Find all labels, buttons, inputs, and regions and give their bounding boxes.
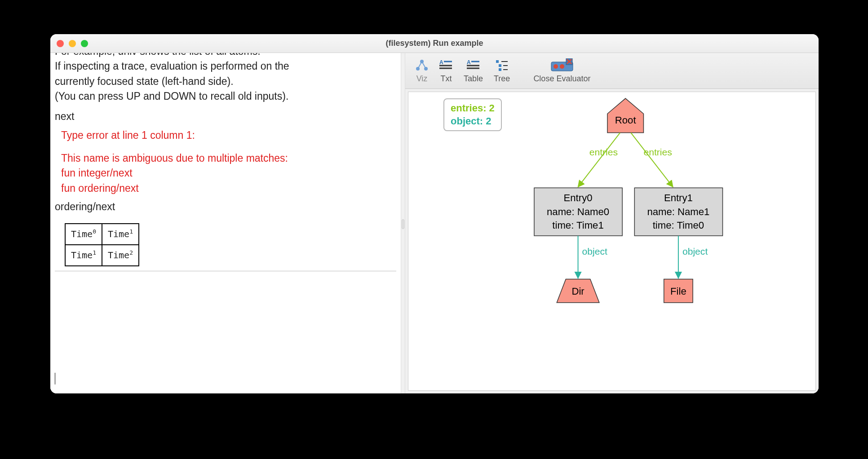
node-entry1[interactable]: Entry1 name: Name1 time: Time0 [634,188,722,236]
tree-tab[interactable]: Tree [488,53,515,88]
table-row: Time1 Time2 [65,245,139,266]
node-dir[interactable]: Dir [557,279,599,303]
console-divider [55,271,396,271]
table-tab[interactable]: A Table [458,53,488,88]
edge-label-object: object [682,246,708,256]
console-command: next [55,109,396,124]
minimize-window-button[interactable] [69,40,76,47]
svg-rect-13 [496,60,499,63]
evaluator-console-pane: For example, univ shows the list of all … [50,53,401,393]
app-window: (filesystem) Run example For example, un… [50,34,819,393]
txt-tab[interactable]: A Txt [434,53,458,88]
node-root[interactable]: Root [607,98,643,132]
svg-text:Dir: Dir [571,286,584,297]
edge-entries [578,133,620,187]
table-tab-label: Table [464,74,483,84]
viz-tab-label: Viz [416,74,428,84]
node-entry0[interactable]: Entry0 name: Name0 time: Time1 [534,188,622,236]
table-icon: A [467,58,480,72]
visualizer-toolbar: Viz A Txt A Table [405,53,819,89]
svg-rect-14 [499,64,501,67]
svg-text:name: Name0: name: Name0 [547,206,609,217]
svg-text:A: A [439,60,443,66]
svg-text:name: Name1: name: Name1 [647,206,709,217]
node-file[interactable]: File [664,279,693,303]
svg-text:File: File [670,286,686,297]
table-cell: Time2 [102,245,139,266]
console-input[interactable] [50,368,401,393]
edge-label-entries: entries [643,147,672,157]
pane-splitter[interactable] [401,53,405,393]
viz-tab[interactable]: Viz [410,53,434,88]
maximize-window-button[interactable] [81,40,88,47]
console-help-line: (You can press UP and DOWN to recall old… [55,89,396,104]
error-message: This name is ambiguous due to multiple m… [61,151,396,166]
error-option: fun integer/next [61,166,396,181]
text-icon: A [439,58,453,72]
svg-point-20 [554,64,558,69]
table-cell: Time1 [65,245,102,266]
tree-tab-label: Tree [494,74,510,84]
tree-icon [495,58,509,72]
result-table: Time0 Time1 Time1 Time2 [65,223,139,266]
svg-line-4 [422,62,426,69]
table-row: Time0 Time1 [65,224,139,245]
close-evaluator-label: Close Evaluator [533,74,590,84]
close-window-button[interactable] [57,40,64,47]
close-evaluator-icon [550,58,574,72]
console-help-line: If inspecting a trace, evaluation is per… [55,59,396,74]
text-cursor-icon [55,373,55,384]
svg-text:time: Time0: time: Time0 [653,220,704,231]
error-spacer [61,143,396,151]
svg-text:Root: Root [615,115,636,126]
content-split: For example, univ shows the list of all … [50,53,819,393]
titlebar: (filesystem) Run example [50,34,819,53]
svg-text:Entry0: Entry0 [564,192,593,203]
console-output: For example, univ shows the list of all … [50,53,401,368]
console-help-line: currently focused state (left-hand side)… [55,74,396,89]
console-help-cut: For example, univ shows the list of all … [55,53,396,59]
svg-text:time: Time1: time: Time1 [552,220,603,231]
svg-text:A: A [467,60,471,66]
graph-canvas[interactable]: entries: 2 object: 2 [408,92,816,391]
close-evaluator-button[interactable]: Close Evaluator [528,53,596,88]
edge-label-object: object [582,246,607,256]
svg-point-21 [560,64,564,69]
graph-svg: Root entries entries Entry0 name: Name0 … [408,92,815,390]
traffic-lights [57,40,88,47]
edge-entries [631,133,673,187]
error-option: fun ordering/next [61,181,396,196]
splitter-grip-icon [402,219,404,229]
error-title: Type error at line 1 column 1: [61,128,396,143]
edge-label-entries: entries [589,147,618,157]
table-cell: Time0 [65,224,102,245]
svg-text:Entry1: Entry1 [664,192,693,203]
graph-icon [415,58,429,72]
txt-tab-label: Txt [441,74,452,84]
svg-rect-15 [499,68,501,71]
visualizer-pane: Viz A Txt A Table [405,53,819,393]
console-error-block: Type error at line 1 column 1: This name… [55,128,396,196]
window-title: (filesystem) Run example [50,39,819,48]
console-command: ordering/next [55,199,396,214]
svg-line-3 [418,62,422,69]
table-cell: Time1 [102,224,139,245]
